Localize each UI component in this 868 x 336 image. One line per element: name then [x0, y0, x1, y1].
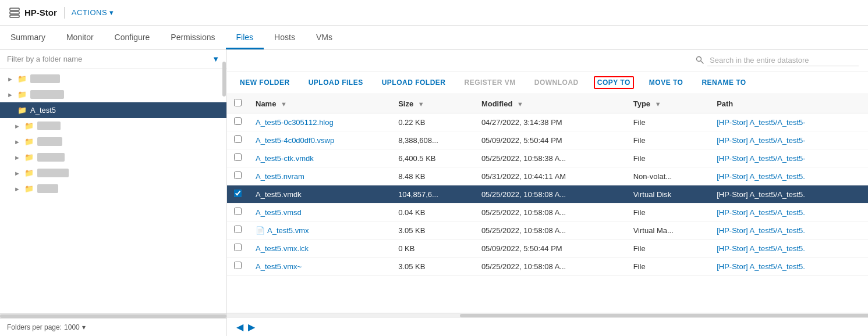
tree-item[interactable]: ► 📁	[0, 118, 226, 134]
search-input[interactable]	[707, 55, 859, 66]
tree-item[interactable]: ► 📁	[0, 181, 226, 196]
row-checkbox-cell[interactable]	[227, 203, 249, 221]
tab-monitor[interactable]: Monitor	[56, 27, 104, 49]
tree-item[interactable]: ► 📁	[0, 71, 226, 87]
tab-vms[interactable]: VMs	[306, 27, 343, 49]
table-row[interactable]: A_test5.vmx.lck0 KB05/09/2022, 5:50:44 P…	[227, 240, 868, 258]
file-name[interactable]: A_test5.vmdk	[256, 190, 302, 199]
upload-folder-button[interactable]: UPLOAD FOLDER	[378, 76, 449, 89]
tab-permissions[interactable]: Permissions	[160, 27, 225, 49]
expand-icon: ►	[14, 123, 21, 130]
table-row[interactable]: A_test5.vmdk104,857,6...05/25/2022, 10:5…	[227, 185, 868, 203]
file-size-cell: 8.48 KB	[391, 167, 474, 185]
table-row[interactable]: A_test5-4c0d0df0.vswp8,388,608...05/09/2…	[227, 131, 868, 149]
row-checkbox[interactable]	[234, 262, 242, 269]
folder-icon-selected: 📁	[17, 106, 27, 115]
tab-hosts[interactable]: Hosts	[264, 27, 306, 49]
row-checkbox-cell[interactable]	[227, 240, 249, 258]
bottom-scrollbar[interactable]	[227, 313, 868, 317]
sort-icon-size: ▼	[418, 101, 424, 108]
upload-files-button[interactable]: UPLOAD FILES	[305, 76, 367, 89]
new-folder-button[interactable]: NEW FOLDER	[236, 76, 293, 89]
tree-item[interactable]: ► 📁	[0, 87, 226, 102]
file-name[interactable]: A_test5.nvram	[256, 172, 304, 181]
file-name[interactable]: A_test5-0c305112.hlog	[256, 118, 334, 127]
col-type[interactable]: Type ▼	[626, 94, 710, 113]
row-checkbox-cell[interactable]	[227, 131, 249, 149]
top-bar: HP-Stor ACTIONS ▾	[0, 0, 868, 26]
prev-page-button[interactable]: ◀	[236, 321, 243, 333]
file-name[interactable]: A_test5.vmx	[267, 226, 309, 235]
row-checkbox[interactable]	[234, 153, 242, 161]
row-checkbox[interactable]	[234, 135, 242, 143]
row-checkbox[interactable]	[234, 171, 242, 179]
row-checkbox[interactable]	[234, 226, 242, 233]
scrollbar-thumb[interactable]	[222, 62, 226, 96]
row-checkbox[interactable]	[234, 208, 242, 215]
table-row[interactable]: A_test5.vmx~3.05 KB05/25/2022, 10:58:08 …	[227, 258, 868, 276]
file-size-cell: 3.05 KB	[391, 258, 474, 276]
table-row[interactable]: A_test5.vmsd0.04 KB05/25/2022, 10:58:08 …	[227, 203, 868, 221]
col-size[interactable]: Size ▼	[391, 94, 474, 113]
tab-configure[interactable]: Configure	[104, 27, 161, 49]
file-name-cell: A_test5-ctk.vmdk	[249, 149, 391, 167]
tree-item[interactable]: ► 📁	[0, 134, 226, 149]
file-type-cell: Non-volat...	[626, 167, 710, 185]
file-modified-cell: 05/25/2022, 10:58:08 A...	[474, 258, 626, 276]
row-checkbox-cell[interactable]	[227, 258, 249, 276]
sort-icon-modified: ▼	[517, 101, 523, 108]
table-row[interactable]: 📄A_test5.vmx3.05 KB05/25/2022, 10:58:08 …	[227, 221, 868, 240]
row-checkbox-cell[interactable]	[227, 185, 249, 203]
file-name[interactable]: A_test5-4c0d0df0.vswp	[256, 136, 334, 145]
file-name[interactable]: A_test5.vmsd	[256, 208, 302, 217]
table-header-row: Name ▼ Size ▼ Modified ▼ Type ▼ Path	[227, 94, 868, 113]
copy-to-button[interactable]: COPY TO	[594, 76, 634, 89]
sidebar-scrollbar[interactable]	[0, 313, 226, 318]
rename-to-button[interactable]: RENAME TO	[698, 76, 749, 89]
col-path[interactable]: Path	[710, 94, 868, 113]
next-page-button[interactable]: ▶	[248, 321, 255, 333]
folder-icon: 📁	[24, 169, 34, 177]
register-vm-button[interactable]: REGISTER VM	[461, 76, 519, 89]
expand-icon: ►	[14, 185, 21, 192]
row-checkbox[interactable]	[234, 244, 242, 251]
filter-icon[interactable]: ▼	[212, 55, 219, 63]
row-checkbox[interactable]	[234, 117, 242, 125]
file-type-cell: File	[626, 113, 710, 131]
row-checkbox-cell[interactable]	[227, 113, 249, 131]
col-name[interactable]: Name ▼	[249, 94, 391, 113]
folders-per-page-chevron[interactable]: ▾	[82, 323, 86, 331]
file-path-cell: [HP-Stor] A_test5/A_test5-	[710, 113, 868, 131]
nav-tabs: Summary Monitor Configure Permissions Fi…	[0, 26, 868, 50]
row-checkbox-cell[interactable]	[227, 221, 249, 240]
table-row[interactable]: A_test5-0c305112.hlog0.22 KB04/27/2022, …	[227, 113, 868, 131]
row-checkbox[interactable]	[234, 190, 242, 197]
tab-files[interactable]: Files	[226, 27, 264, 49]
select-all-checkbox[interactable]	[234, 99, 242, 106]
file-name[interactable]: A_test5.vmx~	[256, 262, 302, 271]
sidebar-tree: ► 📁 ► 📁 📁 A_test5 ► �	[0, 69, 226, 313]
file-name-cell: A_test5.vmx.lck	[249, 240, 391, 258]
row-checkbox-cell[interactable]	[227, 149, 249, 167]
file-modified-cell: 05/25/2022, 10:58:08 A...	[474, 185, 626, 203]
tree-item[interactable]: ► 📁	[0, 165, 226, 181]
tree-item[interactable]: ► 📁	[0, 149, 226, 165]
table-row[interactable]: A_test5.nvram8.48 KB05/31/2022, 10:44:11…	[227, 167, 868, 185]
select-all-checkbox-cell[interactable]	[227, 94, 249, 113]
file-name[interactable]: A_test5.vmx.lck	[256, 244, 309, 253]
download-button[interactable]: DOWNLOAD	[531, 76, 582, 89]
col-modified[interactable]: Modified ▼	[474, 94, 626, 113]
move-to-button[interactable]: MOVE TO	[646, 76, 687, 89]
sort-icon-type: ▼	[655, 101, 661, 108]
actions-button[interactable]: ACTIONS ▾	[72, 8, 114, 17]
file-name[interactable]: A_test5-ctk.vmdk	[256, 154, 314, 163]
row-checkbox-cell[interactable]	[227, 167, 249, 185]
svg-rect-0	[10, 8, 19, 10]
file-size-cell: 0.22 KB	[391, 113, 474, 131]
svg-point-3	[697, 56, 702, 61]
tree-item-a-test5[interactable]: 📁 A_test5	[0, 102, 226, 118]
folder-icon: 📁	[24, 137, 34, 146]
file-modified-cell: 05/09/2022, 5:50:44 PM	[474, 131, 626, 149]
table-row[interactable]: A_test5-ctk.vmdk6,400.5 KB05/25/2022, 10…	[227, 149, 868, 167]
tab-summary[interactable]: Summary	[0, 27, 56, 49]
